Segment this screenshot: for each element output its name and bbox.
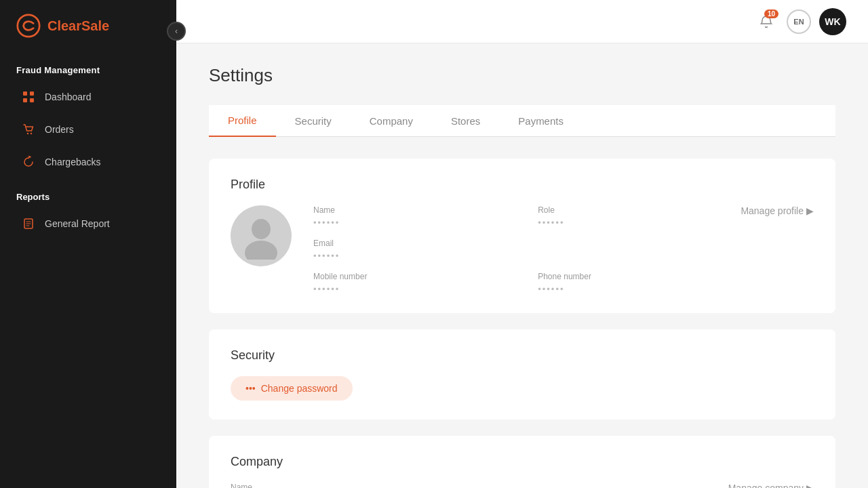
tab-stores[interactable]: Stores [432,105,499,137]
phone-label: Phone number [538,272,741,281]
security-section: Security ••• Change password [209,329,835,420]
logo: ClearSale [0,0,176,52]
profile-section-title: Profile [231,178,814,192]
tab-security[interactable]: Security [276,105,351,137]
company-name-field: Name Veidt's Industries [231,483,728,488]
chevron-right-icon: ▶ [806,205,814,216]
sidebar-item-chargebacks[interactable]: Chargebacks [5,147,171,177]
notification-badge: 10 [764,9,778,18]
svg-rect-1 [23,92,27,96]
mobile-value: •••••• [313,284,516,294]
phone-value: •••••• [538,284,741,294]
company-actions: Manage company ▶ Manage users ▶ [728,483,814,488]
company-section: Company Name Veidt's Industries Primary … [209,436,835,488]
chargebacks-label: Chargebacks [45,157,101,167]
settings-content: Settings Profile Security Company Stores… [176,43,868,488]
notification-button[interactable]: 10 [754,9,778,34]
change-password-button[interactable]: ••• Change password [231,376,353,401]
profile-avatar [231,205,292,266]
dashboard-label: Dashboard [45,92,92,102]
company-section-title: Company [231,455,814,469]
password-icon: ••• [245,383,256,394]
email-field: Email •••••• [313,239,741,261]
grid-icon [22,90,35,104]
sidebar-item-orders[interactable]: Orders [5,115,171,144]
mobile-label: Mobile number [313,272,516,281]
svg-rect-2 [30,92,34,96]
general-report-label: General Report [45,218,110,229]
logo-text: ClearSale [47,18,109,34]
name-label: Name [313,205,516,215]
role-value: •••••• [538,218,741,228]
avatar-icon [241,212,281,260]
sidebar-item-dashboard[interactable]: Dashboard [5,82,171,112]
svg-rect-3 [23,98,27,102]
report-icon [22,217,35,230]
user-avatar[interactable]: WK [819,8,846,35]
profile-content: Name •••••• Role •••••• Email •••••• M [231,205,741,294]
refresh-icon [22,155,35,169]
company-name-label: Name [231,483,728,488]
name-value: •••••• [313,218,516,228]
company-fields: Name Veidt's Industries Primary responsi… [231,483,728,488]
sidebar: ClearSale ‹ Fraud Management Dashboard O… [0,0,176,488]
profile-fields: Name •••••• Role •••••• Email •••••• M [313,205,741,294]
svg-rect-4 [30,98,34,102]
svg-point-0 [18,15,39,37]
role-field: Role •••••• [538,205,741,228]
reports-section-label: Reports [0,178,176,207]
svg-point-12 [245,241,277,260]
language-button[interactable]: EN [787,9,811,34]
sidebar-item-general-report[interactable]: General Report [5,209,171,239]
email-value: •••••• [313,251,741,261]
profile-section: Profile Name •••••• [209,159,835,313]
logo-icon [16,14,41,38]
sidebar-collapse-button[interactable]: ‹ [167,22,186,41]
security-section-title: Security [231,348,814,363]
company-header: Name Veidt's Industries Primary responsi… [231,483,814,488]
page-title: Settings [209,65,835,86]
profile-row: Name •••••• Role •••••• Email •••••• M [231,205,814,294]
svg-point-6 [31,133,32,134]
cart-icon [22,123,35,136]
chevron-right-icon: ▶ [806,483,814,488]
phone-field: Phone number •••••• [538,272,741,294]
name-field: Name •••••• [313,205,516,228]
settings-tabs: Profile Security Company Stores Payments [209,105,835,137]
svg-point-5 [27,133,28,134]
tab-profile[interactable]: Profile [209,105,276,137]
email-label: Email [313,239,741,248]
tab-payments[interactable]: Payments [499,105,583,137]
role-label: Role [538,205,741,215]
svg-point-11 [252,219,271,239]
fraud-management-label: Fraud Management [0,52,176,81]
orders-label: Orders [45,124,74,135]
tab-company[interactable]: Company [351,105,432,137]
main-area: 10 EN WK Settings Profile Security Compa… [176,0,868,488]
mobile-field: Mobile number •••••• [313,272,516,294]
topbar: 10 EN WK [176,0,868,43]
manage-company-link[interactable]: Manage company ▶ [728,483,814,488]
manage-profile-link[interactable]: Manage profile ▶ [741,205,814,216]
